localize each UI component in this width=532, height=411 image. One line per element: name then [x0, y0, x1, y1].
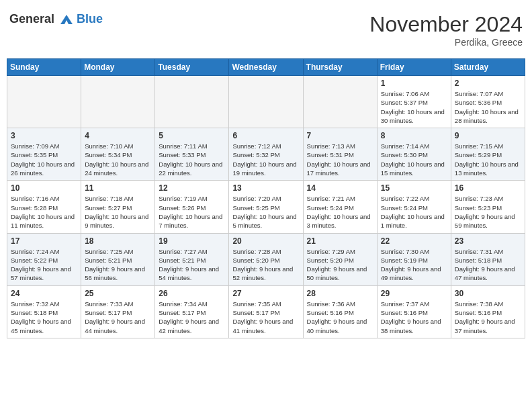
day-cell: 15Sunrise: 7:22 AM Sunset: 5:24 PM Dayli…	[377, 181, 451, 233]
day-info: Sunrise: 7:06 AM Sunset: 5:37 PM Dayligh…	[381, 89, 447, 125]
day-info: Sunrise: 7:29 AM Sunset: 5:20 PM Dayligh…	[307, 247, 373, 283]
week-row-1: 1Sunrise: 7:06 AM Sunset: 5:37 PM Daylig…	[7, 76, 525, 128]
logo-blue: Blue	[77, 12, 103, 26]
day-cell: 23Sunrise: 7:31 AM Sunset: 5:18 PM Dayli…	[451, 233, 525, 285]
day-info: Sunrise: 7:38 AM Sunset: 5:16 PM Dayligh…	[455, 300, 521, 335]
day-cell: 28Sunrise: 7:36 AM Sunset: 5:16 PM Dayli…	[303, 285, 377, 338]
day-info: Sunrise: 7:27 AM Sunset: 5:21 PM Dayligh…	[159, 247, 225, 283]
day-number: 19	[159, 236, 225, 246]
day-info: Sunrise: 7:16 AM Sunset: 5:28 PM Dayligh…	[11, 194, 77, 230]
day-info: Sunrise: 7:14 AM Sunset: 5:30 PM Dayligh…	[381, 142, 447, 177]
day-cell: 9Sunrise: 7:15 AM Sunset: 5:29 PM Daylig…	[451, 128, 525, 181]
day-info: Sunrise: 7:13 AM Sunset: 5:31 PM Dayligh…	[307, 142, 373, 177]
weekday-header-thursday: Thursday	[303, 59, 377, 76]
day-number: 30	[455, 289, 521, 298]
day-info: Sunrise: 7:24 AM Sunset: 5:22 PM Dayligh…	[11, 247, 77, 283]
month-title: November 2024	[369, 12, 523, 37]
day-cell: 30Sunrise: 7:38 AM Sunset: 5:16 PM Dayli…	[451, 285, 525, 338]
day-number: 28	[307, 289, 373, 298]
logo: General Blue	[9, 12, 103, 27]
weekday-header-wednesday: Wednesday	[229, 59, 303, 76]
day-cell: 4Sunrise: 7:10 AM Sunset: 5:34 PM Daylig…	[81, 128, 155, 181]
day-info: Sunrise: 7:30 AM Sunset: 5:19 PM Dayligh…	[381, 247, 447, 283]
day-info: Sunrise: 7:18 AM Sunset: 5:27 PM Dayligh…	[85, 194, 151, 230]
weekday-header-sunday: Sunday	[7, 59, 81, 76]
day-info: Sunrise: 7:35 AM Sunset: 5:17 PM Dayligh…	[232, 300, 299, 335]
day-number: 6	[232, 131, 299, 140]
day-cell: 14Sunrise: 7:21 AM Sunset: 5:24 PM Dayli…	[303, 181, 377, 233]
logo-icon	[59, 13, 74, 26]
day-cell: 7Sunrise: 7:13 AM Sunset: 5:31 PM Daylig…	[303, 128, 377, 181]
week-row-4: 17Sunrise: 7:24 AM Sunset: 5:22 PM Dayli…	[7, 233, 525, 285]
day-number: 10	[11, 183, 77, 193]
day-cell	[229, 76, 303, 128]
day-cell: 18Sunrise: 7:25 AM Sunset: 5:21 PM Dayli…	[81, 233, 155, 285]
day-cell: 24Sunrise: 7:32 AM Sunset: 5:18 PM Dayli…	[7, 285, 81, 338]
day-number: 13	[232, 183, 299, 193]
day-number: 24	[11, 289, 77, 298]
week-row-5: 24Sunrise: 7:32 AM Sunset: 5:18 PM Dayli…	[7, 285, 525, 338]
day-cell: 22Sunrise: 7:30 AM Sunset: 5:19 PM Dayli…	[377, 233, 451, 285]
day-info: Sunrise: 7:15 AM Sunset: 5:29 PM Dayligh…	[455, 142, 521, 177]
day-info: Sunrise: 7:21 AM Sunset: 5:24 PM Dayligh…	[307, 194, 373, 230]
day-number: 1	[381, 79, 447, 88]
day-info: Sunrise: 7:10 AM Sunset: 5:34 PM Dayligh…	[85, 142, 151, 177]
title-block: November 2024 Perdika, Greece	[369, 12, 523, 48]
day-info: Sunrise: 7:12 AM Sunset: 5:32 PM Dayligh…	[232, 142, 299, 177]
day-cell	[303, 76, 377, 128]
day-number: 12	[159, 183, 225, 193]
day-number: 21	[307, 236, 373, 246]
day-number: 25	[85, 289, 151, 298]
day-cell: 25Sunrise: 7:33 AM Sunset: 5:17 PM Dayli…	[81, 285, 155, 338]
day-number: 15	[381, 183, 447, 193]
logo-general: General	[9, 12, 54, 26]
day-info: Sunrise: 7:37 AM Sunset: 5:16 PM Dayligh…	[381, 300, 447, 335]
day-info: Sunrise: 7:36 AM Sunset: 5:16 PM Dayligh…	[307, 300, 373, 335]
day-number: 22	[381, 236, 447, 246]
day-number: 11	[85, 183, 151, 193]
location: Perdika, Greece	[369, 37, 523, 48]
day-info: Sunrise: 7:09 AM Sunset: 5:35 PM Dayligh…	[11, 142, 77, 177]
day-info: Sunrise: 7:07 AM Sunset: 5:36 PM Dayligh…	[455, 89, 521, 125]
day-number: 5	[159, 131, 225, 140]
day-cell: 19Sunrise: 7:27 AM Sunset: 5:21 PM Dayli…	[155, 233, 229, 285]
day-info: Sunrise: 7:20 AM Sunset: 5:25 PM Dayligh…	[232, 194, 299, 230]
day-number: 29	[381, 289, 447, 298]
day-number: 26	[159, 289, 225, 298]
day-info: Sunrise: 7:28 AM Sunset: 5:20 PM Dayligh…	[232, 247, 299, 283]
day-number: 14	[307, 183, 373, 193]
weekday-header-saturday: Saturday	[451, 59, 525, 76]
day-cell: 29Sunrise: 7:37 AM Sunset: 5:16 PM Dayli…	[377, 285, 451, 338]
day-cell: 10Sunrise: 7:16 AM Sunset: 5:28 PM Dayli…	[7, 181, 81, 233]
day-info: Sunrise: 7:22 AM Sunset: 5:24 PM Dayligh…	[381, 194, 447, 230]
day-cell: 16Sunrise: 7:23 AM Sunset: 5:23 PM Dayli…	[451, 181, 525, 233]
day-number: 8	[381, 131, 447, 140]
day-info: Sunrise: 7:19 AM Sunset: 5:26 PM Dayligh…	[159, 194, 225, 230]
day-info: Sunrise: 7:32 AM Sunset: 5:18 PM Dayligh…	[11, 300, 77, 335]
day-cell: 13Sunrise: 7:20 AM Sunset: 5:25 PM Dayli…	[229, 181, 303, 233]
page-header: General Blue November 2024 Perdika, Gree…	[7, 7, 525, 53]
day-cell: 12Sunrise: 7:19 AM Sunset: 5:26 PM Dayli…	[155, 181, 229, 233]
day-number: 16	[455, 183, 521, 193]
day-cell: 2Sunrise: 7:07 AM Sunset: 5:36 PM Daylig…	[451, 76, 525, 128]
week-row-2: 3Sunrise: 7:09 AM Sunset: 5:35 PM Daylig…	[7, 128, 525, 181]
weekday-header-monday: Monday	[81, 59, 155, 76]
day-info: Sunrise: 7:31 AM Sunset: 5:18 PM Dayligh…	[455, 247, 521, 283]
weekday-header-row: SundayMondayTuesdayWednesdayThursdayFrid…	[7, 59, 525, 76]
day-info: Sunrise: 7:11 AM Sunset: 5:33 PM Dayligh…	[159, 142, 225, 177]
day-number: 20	[232, 236, 299, 246]
day-cell: 21Sunrise: 7:29 AM Sunset: 5:20 PM Dayli…	[303, 233, 377, 285]
day-cell: 17Sunrise: 7:24 AM Sunset: 5:22 PM Dayli…	[7, 233, 81, 285]
day-number: 4	[85, 131, 151, 140]
day-cell: 3Sunrise: 7:09 AM Sunset: 5:35 PM Daylig…	[7, 128, 81, 181]
day-number: 27	[232, 289, 299, 298]
day-cell	[155, 76, 229, 128]
day-info: Sunrise: 7:33 AM Sunset: 5:17 PM Dayligh…	[85, 300, 151, 335]
day-info: Sunrise: 7:23 AM Sunset: 5:23 PM Dayligh…	[455, 194, 521, 230]
day-info: Sunrise: 7:25 AM Sunset: 5:21 PM Dayligh…	[85, 247, 151, 283]
day-cell: 27Sunrise: 7:35 AM Sunset: 5:17 PM Dayli…	[229, 285, 303, 338]
day-number: 18	[85, 236, 151, 246]
day-number: 17	[11, 236, 77, 246]
weekday-header-friday: Friday	[377, 59, 451, 76]
day-number: 2	[455, 79, 521, 88]
